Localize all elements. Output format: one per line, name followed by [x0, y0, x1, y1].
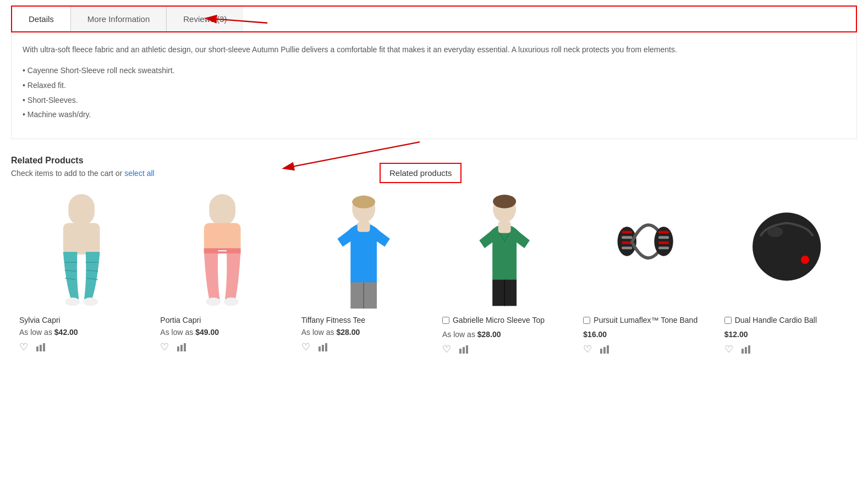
svg-rect-24: [357, 221, 370, 232]
product-price-3: As low as $28.00: [301, 328, 426, 337]
svg-rect-35: [459, 349, 462, 354]
svg-rect-0: [68, 194, 95, 225]
wishlist-icon-2[interactable]: ♡: [160, 341, 169, 353]
svg-rect-21: [184, 343, 186, 351]
product-name-4: Gabrielle Micro Sleeve Top: [453, 315, 545, 326]
product-actions-3: ♡: [301, 341, 426, 353]
wishlist-icon-4[interactable]: ♡: [442, 343, 451, 355]
product-price-1: As low as $42.00: [19, 328, 144, 337]
select-all-link[interactable]: select all: [124, 169, 154, 178]
product-price-5: $16.00: [583, 330, 707, 339]
checkbox-input-6[interactable]: [724, 317, 732, 324]
product-checkbox-4[interactable]: Gabrielle Micro Sleeve Top: [442, 315, 567, 328]
product-card-5: Pursuit Lumaflex™ Tone Band $16.00 ♡: [575, 189, 716, 361]
product-image-1[interactable]: [19, 194, 144, 310]
product-name-3: Tiffany Fitness Tee: [301, 315, 426, 326]
svg-rect-49: [603, 347, 606, 354]
tab-content-area: With ultra-soft fleece fabric and an ath…: [11, 32, 857, 139]
svg-point-17: [206, 298, 221, 306]
svg-rect-29: [325, 343, 327, 351]
svg-rect-39: [622, 231, 633, 234]
product-image-6[interactable]: [724, 194, 849, 310]
wishlist-icon-3[interactable]: ♡: [301, 341, 310, 353]
svg-rect-50: [607, 345, 609, 354]
svg-rect-46: [658, 241, 669, 244]
product-actions-1: ♡: [19, 341, 144, 353]
product-tabs: Details More Information Reviews (3): [11, 5, 857, 32]
svg-rect-14: [204, 223, 241, 252]
product-price-6: $12.00: [724, 330, 849, 339]
svg-point-53: [767, 227, 783, 237]
svg-rect-27: [318, 346, 321, 351]
svg-rect-41: [622, 241, 633, 244]
related-products-section: Related Products Check items to add to t…: [11, 150, 857, 367]
svg-rect-48: [600, 349, 602, 354]
product-bullets: Cayenne Short-Sleeve roll neck sweatshir…: [23, 63, 845, 122]
svg-rect-44: [658, 231, 669, 234]
svg-point-52: [801, 255, 809, 263]
product-actions-5: ♡: [583, 343, 707, 355]
svg-rect-11: [40, 345, 42, 351]
bullet-2: Relaxed fit.: [23, 78, 845, 93]
compare-icon-4[interactable]: [459, 344, 469, 354]
svg-rect-54: [741, 349, 744, 354]
svg-rect-20: [180, 345, 183, 351]
product-name-6: Dual Handle Cardio Ball: [735, 315, 817, 326]
product-actions-6: ♡: [724, 343, 849, 355]
tab-reviews[interactable]: Reviews (3): [167, 7, 243, 31]
product-image-3[interactable]: [301, 194, 426, 310]
product-name-1: Sylvia Capri: [19, 315, 144, 326]
compare-icon-3[interactable]: [318, 342, 328, 352]
product-card-2: Portia Capri As low as $49.00 ♡: [152, 189, 293, 359]
product-name-2: Portia Capri: [160, 315, 284, 326]
svg-rect-12: [43, 343, 45, 351]
product-image-2[interactable]: [160, 194, 284, 310]
svg-point-23: [352, 196, 375, 208]
product-card-6: Dual Handle Cardio Ball $12.00 ♡: [716, 189, 857, 361]
product-card-3: Tiffany Fitness Tee As low as $28.00 ♡: [293, 189, 434, 359]
svg-rect-10: [36, 346, 39, 351]
compare-icon-2[interactable]: [177, 342, 186, 352]
svg-point-9: [83, 298, 98, 306]
svg-rect-56: [748, 345, 750, 354]
wishlist-icon-6[interactable]: ♡: [724, 343, 733, 355]
svg-rect-47: [658, 246, 669, 249]
product-checkbox-6[interactable]: Dual Handle Cardio Ball: [724, 315, 849, 328]
related-products-title: Related Products: [11, 156, 857, 166]
svg-point-31: [493, 195, 516, 208]
product-checkbox-5[interactable]: Pursuit Lumaflex™ Tone Band: [583, 315, 707, 328]
product-description: With ultra-soft fleece fabric and an ath…: [23, 43, 845, 56]
wishlist-icon-5[interactable]: ♡: [583, 343, 592, 355]
svg-rect-32: [498, 221, 511, 233]
tab-details[interactable]: Details: [12, 7, 71, 31]
compare-icon-5[interactable]: [600, 344, 609, 354]
product-price-2: As low as $49.00: [160, 328, 284, 337]
checkbox-input-5[interactable]: [583, 317, 590, 324]
wishlist-icon-1[interactable]: ♡: [19, 341, 28, 353]
product-price-4: As low as $28.00: [442, 330, 567, 339]
svg-rect-1: [63, 223, 100, 254]
product-image-4[interactable]: [442, 194, 567, 310]
product-grid: Sylvia Capri As low as $42.00 ♡: [11, 189, 857, 361]
product-image-5[interactable]: [583, 194, 707, 310]
product-actions-2: ♡: [160, 341, 284, 353]
related-products-subtitle: Check items to add to the cart or select…: [11, 169, 857, 178]
svg-rect-40: [622, 236, 633, 239]
svg-rect-45: [658, 236, 669, 239]
svg-rect-37: [466, 345, 468, 354]
svg-rect-42: [622, 246, 633, 249]
product-actions-4: ♡: [442, 343, 567, 355]
compare-icon-1[interactable]: [36, 342, 46, 352]
product-card-1: Sylvia Capri As low as $42.00 ♡: [11, 189, 152, 359]
compare-icon-6[interactable]: [741, 344, 751, 354]
svg-rect-19: [177, 346, 179, 351]
bullet-1: Cayenne Short-Sleeve roll neck sweatshir…: [23, 63, 845, 78]
tab-more-information[interactable]: More Information: [71, 7, 167, 31]
svg-point-8: [65, 298, 80, 306]
svg-point-18: [224, 298, 239, 306]
svg-rect-28: [322, 345, 324, 351]
checkbox-input-4[interactable]: [442, 317, 449, 324]
svg-rect-55: [745, 347, 747, 354]
bullet-4: Machine wash/dry.: [23, 107, 845, 122]
product-card-4: Gabrielle Micro Sleeve Top As low as $28…: [434, 189, 575, 361]
